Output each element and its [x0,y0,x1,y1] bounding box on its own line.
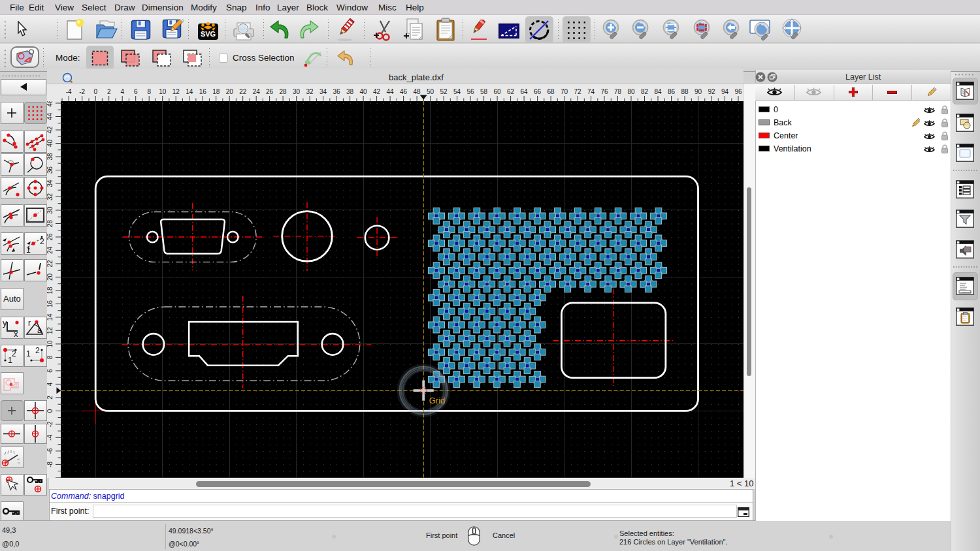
svg-text:64: 64 [521,88,529,95]
svg-text:94: 94 [721,88,729,95]
svg-text:54: 54 [453,88,461,95]
svg-text:44: 44 [387,88,395,95]
svg-text:12: 12 [172,88,180,95]
svg-text:14: 14 [47,313,54,321]
svg-text:20: 20 [47,273,54,281]
svg-text:86: 86 [668,88,676,95]
svg-text:18: 18 [212,88,220,95]
svg-text:36: 36 [47,166,54,174]
svg-text:58: 58 [480,88,488,95]
svg-text:8: 8 [47,355,54,359]
svg-text:16: 16 [47,300,54,307]
svg-text:40: 40 [360,88,368,95]
svg-text:60: 60 [494,88,502,95]
svg-text:38: 38 [47,153,54,161]
svg-text:26: 26 [266,88,274,95]
svg-text:4: 4 [120,88,124,95]
svg-text:-4: -4 [66,88,72,95]
svg-text:26: 26 [47,233,54,241]
svg-text:-4: -4 [47,435,54,441]
svg-text:56: 56 [467,88,475,95]
svg-text:10: 10 [159,88,167,95]
svg-text:a: a [37,326,42,335]
svg-text:16: 16 [199,88,207,95]
svg-text:46: 46 [400,88,408,95]
svg-text:0: 0 [47,409,54,413]
svg-text:38: 38 [346,88,354,95]
svg-text:84: 84 [654,88,662,95]
svg-text:92: 92 [708,88,715,95]
svg-text:22: 22 [239,88,247,95]
svg-text:48: 48 [414,88,421,95]
svg-text:42: 42 [373,88,381,95]
svg-text:82: 82 [641,88,649,95]
svg-text:66: 66 [534,88,542,95]
svg-text:-2: -2 [47,421,54,427]
svg-text:78: 78 [614,88,622,95]
svg-text:50: 50 [427,88,434,95]
svg-text:52: 52 [440,88,448,95]
svg-text:74: 74 [587,88,595,95]
svg-text:command: command [960,291,970,294]
svg-text:22: 22 [47,260,54,268]
svg-text:28: 28 [280,88,287,95]
svg-text:2: 2 [40,237,44,246]
svg-text:2: 2 [107,88,111,95]
svg-text:96: 96 [734,88,742,95]
svg-text:10: 10 [47,340,54,348]
svg-text:18: 18 [47,287,54,294]
svg-text:88: 88 [681,88,689,95]
svg-text:2: 2 [47,396,54,400]
svg-text:24: 24 [253,88,261,95]
svg-text:32: 32 [306,88,314,95]
svg-text:42: 42 [47,126,54,134]
svg-text:34: 34 [319,88,327,95]
svg-text:68: 68 [547,88,555,95]
svg-text:-6: -6 [47,448,54,454]
svg-text:1: 1 [26,245,31,255]
svg-text:r: r [28,319,31,328]
svg-text:0: 0 [93,88,97,95]
svg-text:40: 40 [47,140,54,148]
svg-text:36: 36 [333,88,341,95]
svg-text:4: 4 [47,382,54,386]
svg-text:32: 32 [47,193,54,201]
svg-text:72: 72 [574,88,582,95]
svg-text:44: 44 [47,113,54,121]
svg-text:76: 76 [600,88,608,95]
svg-text:SVG: SVG [201,30,216,38]
svg-text:14: 14 [186,88,193,95]
svg-text:2: 2 [35,346,40,355]
svg-text:28: 28 [47,220,54,228]
svg-text:30: 30 [293,88,301,95]
svg-text:Grid: Grid [429,396,446,405]
svg-text:-8: -8 [47,462,54,467]
svg-text:12: 12 [47,326,54,334]
svg-text:24: 24 [47,246,54,254]
svg-text:80: 80 [627,88,635,95]
svg-text:1: 1 [26,349,31,358]
svg-text:90: 90 [694,88,702,95]
svg-text:30: 30 [47,206,54,214]
svg-text:2: 2 [12,349,16,358]
svg-text:6: 6 [134,88,138,95]
svg-text:-2: -2 [79,88,85,95]
svg-text:6: 6 [47,369,54,373]
svg-text:x: x [14,329,18,339]
svg-text:34: 34 [47,180,54,187]
svg-text:62: 62 [507,88,515,95]
svg-text:y: y [3,318,7,328]
svg-text:70: 70 [561,88,568,95]
svg-text:20: 20 [226,88,234,95]
svg-text:8: 8 [147,88,151,95]
